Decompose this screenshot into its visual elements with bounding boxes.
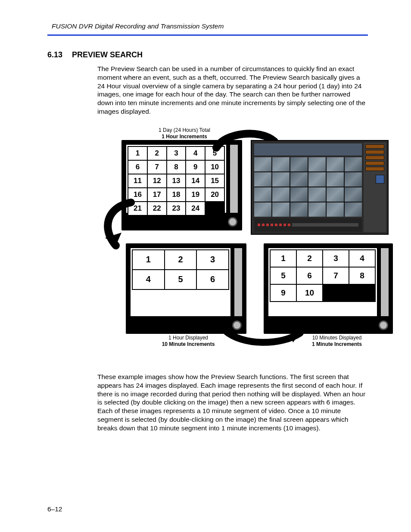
label-top-line1: 1 Day (24 Hours) Total xyxy=(159,127,210,133)
hour-cell: 24 xyxy=(185,201,206,216)
section-title: PREVIEW SEARCH xyxy=(72,50,143,59)
hour-cell: 1 xyxy=(128,146,148,161)
section-heading: 6.13 PREVIEW SEARCH xyxy=(47,50,368,59)
hour-cell: 14 xyxy=(185,174,206,188)
onemin-cell: 9 xyxy=(270,284,297,302)
hour-cell: 8 xyxy=(166,160,187,174)
tenmin-cell: 5 xyxy=(164,269,197,290)
hour-cell: 22 xyxy=(147,201,167,216)
onemin-cell: 10 xyxy=(296,284,323,302)
header-divider xyxy=(47,34,368,36)
hour-cell: 11 xyxy=(128,174,148,188)
empty-cell xyxy=(205,201,225,216)
label-left-line2: 10 Minute Increments xyxy=(162,341,215,347)
hour-cell: 12 xyxy=(147,174,167,188)
empty-cell xyxy=(349,284,376,302)
section-number: 6.13 xyxy=(47,50,62,59)
hour-cell: 9 xyxy=(185,160,206,174)
hour-cell: 17 xyxy=(147,187,167,202)
tenmin-cell: 2 xyxy=(164,249,197,270)
dvr-thumbnail-grid xyxy=(254,157,362,217)
dvr-screenshot-panel xyxy=(251,140,389,235)
monitor-1-minute: 12345678910 xyxy=(264,243,393,334)
hour-cell: 13 xyxy=(166,174,187,188)
hour-cell: 3 xyxy=(166,146,187,161)
onemin-cell: 2 xyxy=(296,249,323,268)
page-number: 6–12 xyxy=(47,505,62,513)
preview-search-figure: 1 Day (24 Hours) Total 1 Hour Increments… xyxy=(121,127,397,347)
onemin-cell: 4 xyxy=(349,249,376,268)
empty-cell xyxy=(322,284,349,302)
hour-cell: 4 xyxy=(185,146,206,161)
label-top-line2: 1 Hour Increments xyxy=(162,134,207,140)
monitor-10-minute: 123456 xyxy=(126,243,246,334)
hour-cell: 2 xyxy=(147,146,167,161)
tenmin-cell: 1 xyxy=(132,249,165,270)
label-right-line1: 10 Minutes Displayed xyxy=(312,335,362,341)
label-left-line1: 1 Hour Displayed xyxy=(168,335,208,341)
tenmin-cell: 3 xyxy=(196,249,229,270)
hour-cell: 20 xyxy=(205,187,225,202)
label-right-line2: 1 Minute Increments xyxy=(312,341,362,347)
tenmin-cell: 4 xyxy=(132,269,165,290)
onemin-cell: 7 xyxy=(322,267,349,285)
explanation-paragraph: These example images show how the Previe… xyxy=(97,373,368,432)
hour-cell: 15 xyxy=(205,174,225,188)
hour-cell: 18 xyxy=(166,187,187,202)
onemin-cell: 3 xyxy=(322,249,349,268)
hour-cell: 19 xyxy=(185,187,206,202)
running-header: FUSION DVR Digital Recording and Transmi… xyxy=(52,22,368,30)
onemin-cell: 1 xyxy=(270,249,297,268)
intro-paragraph: The Preview Search can be used in a numb… xyxy=(97,65,368,116)
hour-cell: 10 xyxy=(205,160,225,174)
hour-cell: 23 xyxy=(166,201,187,216)
onemin-cell: 6 xyxy=(296,267,323,285)
onemin-cell: 8 xyxy=(349,267,376,285)
onemin-cell: 5 xyxy=(270,267,297,285)
hour-cell: 7 xyxy=(147,160,167,174)
hour-cell: 6 xyxy=(128,160,148,174)
tenmin-cell: 6 xyxy=(196,269,229,290)
